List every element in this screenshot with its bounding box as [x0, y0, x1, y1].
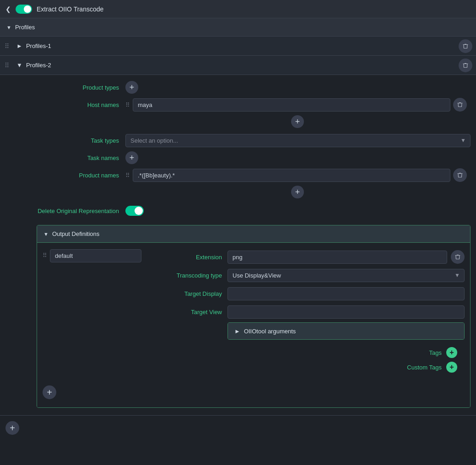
task-types-value: Select an option... ▼ [125, 134, 471, 147]
host-names-add-button[interactable]: + [291, 115, 304, 128]
task-types-label: Task types [37, 137, 119, 144]
output-definitions-add-button[interactable]: + [43, 385, 56, 399]
product-names-input-row: ⠿ [125, 168, 471, 182]
host-names-delete-button[interactable] [453, 98, 467, 112]
header-chevron-icon[interactable]: ❮ [5, 5, 11, 13]
profile-2-header[interactable]: ▼ Profiles-2 [14, 62, 459, 69]
profile-1-drag-handle[interactable]: ⠿ [0, 43, 14, 50]
output-definitions-section: ▼ Output Definitions ⠿ Extension [37, 225, 471, 408]
product-types-label: Product types [37, 84, 119, 91]
product-names-value: ⠿ [125, 168, 471, 182]
header-bar: ❮ Extract OIIO Transcode [0, 0, 476, 18]
profile-1-delete-button[interactable] [459, 39, 472, 53]
transcoding-type-row: Transcoding type Use Display&View Colors… [149, 267, 465, 283]
transcoding-type-label: Transcoding type [149, 272, 222, 279]
profile-2-chevron-icon: ▼ [16, 62, 22, 69]
product-names-label: Product names [37, 172, 119, 179]
host-names-input-row: ⠿ [125, 98, 471, 112]
target-display-input[interactable] [227, 287, 465, 300]
header-title: Extract OIIO Transcode [37, 5, 103, 13]
delete-original-toggle[interactable] [125, 206, 144, 216]
transcoding-type-select-wrapper: Use Display&View Colorspace ▼ [227, 269, 465, 282]
output-definitions-header[interactable]: ▼ Output Definitions [37, 225, 470, 243]
output-definitions-content: ⠿ Extension [37, 243, 470, 407]
profile-1-row: ⠿ ► Profiles-1 [0, 37, 476, 56]
profile-2-row: ⠿ ▼ Profiles-2 [0, 56, 476, 75]
task-names-value: + [125, 151, 471, 164]
output-definitions-title: Output Definitions [52, 230, 99, 237]
delete-original-value [125, 206, 471, 216]
host-names-add-row: + [0, 113, 476, 132]
profile-2-drag-handle[interactable]: ⠿ [0, 62, 14, 69]
product-names-row: Product names ⠿ [0, 166, 476, 184]
custom-tags-label: Custom Tags [407, 364, 442, 371]
delete-original-row: Delete Original Representation [0, 202, 476, 219]
profiles-section-title: Profiles [15, 24, 35, 31]
output-delete-button[interactable] [451, 250, 465, 264]
transcoding-type-select[interactable]: Use Display&View Colorspace [227, 269, 465, 282]
target-view-input[interactable] [227, 305, 465, 319]
output-definitions-add-row: + [37, 378, 470, 403]
header-toggle[interactable] [16, 5, 32, 14]
output-item-fields: Extension Transcoding type [149, 249, 465, 376]
task-types-row: Task types Select an option... ▼ [0, 132, 476, 149]
product-types-add-button[interactable]: + [125, 81, 138, 94]
oiio-chevron-icon: ► [234, 328, 240, 335]
profile-2-label: Profiles-2 [26, 62, 51, 69]
output-item-drag-handle[interactable]: ⠿ [43, 249, 47, 259]
product-names-delete-button[interactable] [453, 168, 467, 182]
target-view-row: Target View [149, 304, 465, 320]
product-names-add-row: + [0, 184, 476, 202]
task-names-row: Task names + [0, 149, 476, 166]
host-names-drag-handle[interactable]: ⠿ [125, 102, 130, 108]
product-names-add-button[interactable]: + [291, 186, 304, 198]
product-names-input[interactable] [133, 169, 450, 182]
profile-2-content: Product types + Host names ⠿ [0, 75, 476, 415]
profile-1-chevron-icon: ► [16, 43, 22, 49]
oiio-section: ► OIIOtool arguments [227, 322, 465, 340]
product-names-drag-handle[interactable]: ⠿ [125, 172, 130, 179]
main-scroll-area: ▼ Profiles ⠿ ► Profiles-1 ⠿ ▼ Profiles-2 [0, 18, 476, 465]
delete-original-label: Delete Original Representation [37, 208, 119, 214]
global-add-row: + [0, 415, 476, 438]
host-names-row: Host names ⠿ [0, 96, 476, 113]
product-types-row: Product types + [0, 79, 476, 96]
extension-label: Extension [149, 254, 222, 261]
profile-1-label: Profiles-1 [26, 43, 51, 49]
output-definitions-chevron-icon: ▼ [43, 231, 49, 237]
tags-add-button[interactable]: + [446, 347, 457, 358]
tags-label: Tags [429, 349, 442, 356]
target-view-label: Target View [149, 309, 222, 315]
profiles-chevron-icon: ▼ [6, 25, 11, 30]
target-display-row: Target Display [149, 286, 465, 301]
task-types-select[interactable]: Select an option... [125, 134, 471, 147]
output-name-input[interactable] [50, 249, 141, 262]
custom-tags-add-button[interactable]: + [446, 362, 457, 373]
oiio-title: OIIOtool arguments [244, 328, 296, 335]
host-names-label: Host names [37, 102, 119, 108]
profiles-section-header[interactable]: ▼ Profiles [0, 18, 476, 37]
oiio-header[interactable]: ► OIIOtool arguments [228, 323, 464, 339]
product-types-value: + [125, 81, 471, 94]
extension-input[interactable] [227, 251, 447, 264]
global-add-button[interactable]: + [5, 421, 19, 435]
host-names-input[interactable] [133, 98, 450, 112]
host-names-value: ⠿ [125, 98, 471, 112]
target-display-label: Target Display [149, 290, 222, 297]
extension-row: Extension [149, 249, 465, 265]
profile-1-header[interactable]: ► Profiles-1 [14, 43, 459, 49]
task-names-add-button[interactable]: + [125, 151, 138, 164]
profile-2-delete-button[interactable] [459, 59, 472, 72]
task-types-select-wrapper: Select an option... ▼ [125, 134, 471, 147]
output-item-row: ⠿ Extension [37, 247, 470, 378]
task-names-label: Task names [37, 155, 119, 161]
